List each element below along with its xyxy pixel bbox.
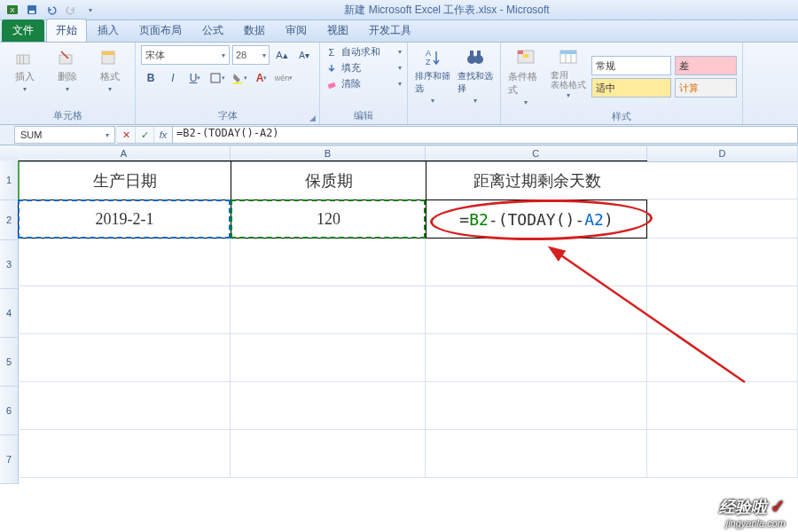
style-calc[interactable]: 计算 [675, 78, 737, 98]
group-sort-find: AZ 排序和筛选▾ 查找和选择▾ [408, 43, 501, 124]
cell-c3[interactable] [426, 239, 647, 286]
insert-function-icon[interactable]: fx [154, 127, 172, 143]
group-label [413, 110, 495, 122]
cell-b6[interactable] [231, 382, 426, 430]
cell-a5[interactable] [18, 334, 231, 382]
group-font: 宋体▾ 28▾ A▴ A▾ B I U▾ ▾ ▾ A▾ wén▾ 字体◢ [136, 43, 320, 124]
select-all-button[interactable] [0, 145, 19, 161]
font-size-combo[interactable]: 28▾ [232, 45, 270, 65]
formula-bar-input[interactable]: =B2-(TODAY()-A2) [173, 126, 798, 144]
cell-c5[interactable] [426, 334, 647, 382]
tab-developer[interactable]: 开发工具 [359, 19, 421, 42]
border-button[interactable]: ▾ [207, 68, 227, 88]
cancel-formula-icon[interactable]: ✕ [117, 127, 136, 143]
svg-rect-5 [20, 55, 20, 64]
style-neutral[interactable]: 适中 [591, 78, 671, 98]
worksheet[interactable]: A B C D 1 2 3 4 5 6 7 生产日期 保质期 距离过期剩余天数 … [0, 145, 798, 532]
cell-a4[interactable] [18, 286, 231, 334]
conditional-format-button[interactable]: 条件格式▾ [506, 45, 545, 108]
cell-b5[interactable] [231, 334, 426, 382]
undo-icon[interactable] [43, 1, 60, 19]
dialog-launcher-icon[interactable]: ◢ [309, 113, 316, 122]
cell-a1[interactable]: 生产日期 [18, 160, 231, 200]
row-header-1[interactable]: 1 [0, 160, 18, 200]
increase-font-icon[interactable]: A▴ [272, 45, 292, 65]
row-header-3[interactable]: 3 [0, 240, 18, 289]
cell-a3[interactable] [18, 239, 231, 286]
row-header-2[interactable]: 2 [0, 200, 18, 240]
excel-icon[interactable]: X [4, 1, 21, 19]
decrease-font-icon[interactable]: A▾ [294, 45, 314, 65]
group-styles: 条件格式▾ 套用 表格格式▾ 常规 适中 差 计算 样式 [501, 43, 743, 124]
row-header-4[interactable]: 4 [0, 289, 18, 338]
tab-formulas[interactable]: 公式 [192, 19, 233, 42]
quick-access-toolbar: X ▾ [4, 1, 99, 19]
cell-d5[interactable] [647, 334, 798, 382]
cell-c6[interactable] [426, 382, 647, 430]
cell-d6[interactable] [647, 382, 798, 430]
col-header-c[interactable]: C [426, 146, 647, 161]
cell-d1[interactable] [647, 160, 798, 200]
cell-c7[interactable] [426, 430, 647, 478]
autosum-button[interactable]: Σ自动求和▾ [325, 45, 402, 59]
sigma-icon: Σ [325, 46, 338, 59]
font-color-button[interactable]: A▾ [252, 68, 271, 88]
insert-cells-button[interactable]: 插入▾ [5, 45, 44, 107]
cell-d4[interactable] [647, 286, 798, 334]
row-header-5[interactable]: 5 [0, 338, 18, 387]
svg-rect-6 [23, 55, 24, 64]
name-box[interactable]: SUM▾ [14, 126, 115, 144]
enter-formula-icon[interactable]: ✓ [136, 127, 154, 143]
cell-a6[interactable] [18, 382, 231, 430]
clear-button[interactable]: 清除▾ [325, 77, 402, 90]
bold-button[interactable]: B [141, 68, 160, 88]
row-headers[interactable]: 1 2 3 4 5 6 7 [0, 160, 19, 484]
tab-view[interactable]: 视图 [317, 19, 358, 42]
cell-b3[interactable] [231, 239, 426, 286]
format-as-table-button[interactable]: 套用 表格格式▾ [549, 45, 588, 108]
formula-bar-row: SUM▾ ✕ ✓ fx =B2-(TODAY()-A2) [0, 125, 798, 145]
find-select-button[interactable]: 查找和选择▾ [456, 45, 495, 110]
font-name-combo[interactable]: 宋体▾ [141, 45, 230, 65]
reference-highlight-a2 [18, 200, 231, 239]
group-cells: 插入▾ 删除▾ 格式▾ 单元格 [0, 43, 136, 124]
row-header-7[interactable]: 7 [0, 435, 18, 484]
conditional-format-icon [515, 47, 536, 68]
qat-customize-icon[interactable]: ▾ [82, 1, 99, 19]
save-icon[interactable] [23, 1, 41, 19]
fill-color-button[interactable]: ▾ [230, 68, 249, 88]
cell-b1[interactable]: 保质期 [231, 160, 426, 200]
style-normal[interactable]: 常规 [591, 56, 671, 75]
col-header-a[interactable]: A [18, 146, 231, 161]
row-header-6[interactable]: 6 [0, 387, 18, 435]
redo-icon[interactable] [62, 1, 80, 19]
svg-rect-19 [477, 51, 481, 56]
cell-d3[interactable] [647, 239, 798, 286]
style-bad[interactable]: 差 [675, 56, 737, 75]
sort-icon: AZ [422, 47, 443, 68]
tab-review[interactable]: 审阅 [276, 19, 317, 42]
italic-button[interactable]: I [163, 68, 183, 88]
cell-d2[interactable] [647, 200, 798, 239]
delete-cells-button[interactable]: 删除▾ [48, 45, 87, 107]
cell-b4[interactable] [231, 286, 426, 334]
check-icon: ✓ [771, 497, 786, 516]
cell-c4[interactable] [426, 286, 647, 334]
underline-button[interactable]: U▾ [185, 68, 205, 88]
cell-a7[interactable] [18, 430, 231, 478]
cell-b7[interactable] [231, 430, 426, 478]
tab-home[interactable]: 开始 [46, 19, 87, 42]
fill-button[interactable]: 填充▾ [325, 61, 402, 74]
sort-filter-button[interactable]: AZ 排序和筛选▾ [413, 45, 452, 110]
format-cells-button[interactable]: 格式▾ [90, 45, 129, 107]
file-tab[interactable]: 文件 [2, 20, 44, 42]
cell-c1[interactable]: 距离过期剩余天数 [426, 160, 647, 200]
phonetic-button[interactable]: wén▾ [274, 68, 293, 88]
cell-d7[interactable] [647, 430, 798, 478]
tab-page-layout[interactable]: 页面布局 [129, 19, 192, 42]
col-header-b[interactable]: B [231, 146, 426, 161]
svg-rect-12 [233, 82, 242, 84]
tab-data[interactable]: 数据 [234, 19, 275, 42]
col-header-d[interactable]: D [647, 146, 798, 161]
tab-insert[interactable]: 插入 [88, 19, 129, 42]
